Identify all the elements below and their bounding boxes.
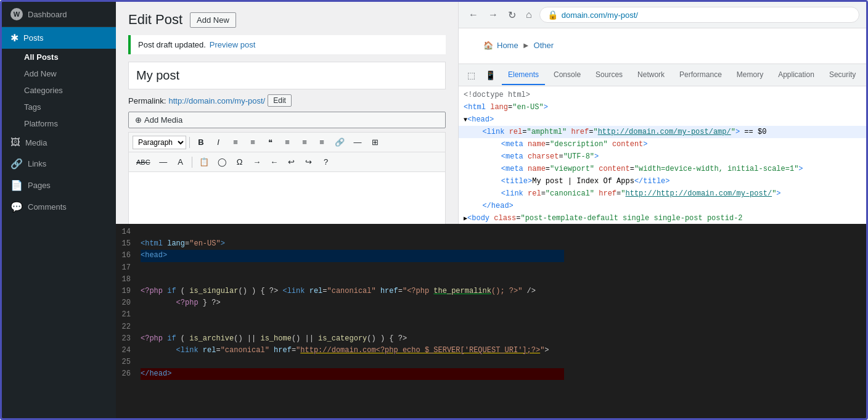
sidebar-item-add-new[interactable]: Add New bbox=[2, 65, 116, 82]
ordered-list-button[interactable]: ≡ bbox=[245, 135, 261, 149]
breadcrumb: 🏠 Home ► Other bbox=[483, 41, 842, 50]
devtools-mobile-icon[interactable]: 📱 bbox=[481, 68, 499, 83]
add-media-button[interactable]: ⊕ Add Media bbox=[128, 112, 446, 128]
sidebar-item-media[interactable]: 🖼 Media bbox=[2, 132, 116, 153]
post-title-field[interactable]: My post bbox=[128, 62, 446, 89]
sidebar-item-tags[interactable]: Tags bbox=[2, 99, 116, 115]
home-icon: 🏠 bbox=[483, 41, 493, 50]
devtools-tab-network[interactable]: Network bbox=[631, 65, 671, 85]
permalink-label: Permalink: bbox=[128, 96, 166, 105]
more-button[interactable]: — bbox=[350, 135, 366, 149]
code-line-14: <html lang="en-US"> bbox=[141, 239, 225, 248]
sidebar-item-all-posts[interactable]: All Posts bbox=[2, 49, 116, 65]
code-line-25: </head> bbox=[141, 368, 564, 380]
text-color-button[interactable]: A bbox=[173, 155, 189, 169]
sidebar-item-links[interactable]: 🔗 Links bbox=[2, 153, 116, 175]
code-line-18: <?php if ( is_singular() ) { ?> <link re… bbox=[141, 287, 536, 295]
edit-permalink-button[interactable]: Edit bbox=[268, 94, 292, 107]
help-button[interactable]: ? bbox=[318, 155, 334, 169]
align-left-button[interactable]: ≡ bbox=[279, 135, 295, 149]
code-line-15: <head> bbox=[141, 250, 564, 261]
toolbar-sep-1 bbox=[189, 137, 190, 148]
horizontal-rule-button[interactable]: — bbox=[155, 155, 171, 169]
main-area: Edit Post Add New Post draft updated. Pr… bbox=[116, 2, 866, 418]
devtools-tab-security[interactable]: Security bbox=[823, 65, 862, 85]
devtools-tab-elements[interactable]: Elements bbox=[502, 65, 545, 85]
editor-body[interactable] bbox=[128, 171, 446, 224]
address-url: domain.com/my-post/ bbox=[562, 10, 638, 20]
align-center-button[interactable]: ≡ bbox=[297, 135, 313, 149]
notice-bar: Post draft updated. Preview post bbox=[128, 35, 446, 54]
add-media-icon: ⊕ bbox=[135, 115, 142, 125]
devtools-tab-console[interactable]: Console bbox=[547, 65, 587, 85]
link-button[interactable]: 🔗 bbox=[331, 135, 348, 149]
special-char-button[interactable]: Ω bbox=[232, 155, 248, 169]
sidebar-item-platforms[interactable]: Platforms bbox=[2, 115, 116, 132]
italic-button[interactable]: I bbox=[210, 135, 226, 149]
preview-post-link[interactable]: Preview post bbox=[210, 40, 255, 49]
unordered-list-button[interactable]: ≡ bbox=[227, 135, 244, 149]
devtools-line-6: <meta charset="UTF-8"> bbox=[459, 150, 866, 163]
devtools-line-10: </head> bbox=[459, 200, 866, 212]
address-bar[interactable]: 🔒 domain.com/my-post/ bbox=[539, 7, 860, 23]
wp-editor: Edit Post Add New Post draft updated. Pr… bbox=[116, 2, 458, 224]
devtools-tab-performance[interactable]: Performance bbox=[673, 65, 728, 85]
devtools-line-4[interactable]: <link rel="amphtml" href="http://domain.… bbox=[459, 126, 866, 138]
line-numbers: 14 15 16 17 18 19 20 21 22 23 24 25 26 bbox=[116, 224, 136, 418]
undo-button[interactable]: ↩ bbox=[284, 155, 300, 169]
devtools-line-3: ▼<head> bbox=[459, 113, 866, 126]
add-new-button[interactable]: Add New bbox=[190, 12, 236, 28]
sidebar-item-categories[interactable]: Categories bbox=[2, 82, 116, 99]
pages-label: Pages bbox=[28, 181, 51, 190]
forward-button[interactable]: → bbox=[486, 8, 501, 22]
back-button[interactable]: ← bbox=[466, 8, 481, 22]
add-media-label: Add Media bbox=[144, 115, 182, 125]
links-label: Links bbox=[28, 159, 46, 168]
links-icon: 🔗 bbox=[10, 158, 23, 170]
paste-button[interactable]: 📋 bbox=[195, 155, 213, 169]
devtools-line-2: <html lang="en-US"> bbox=[459, 101, 866, 113]
comments-icon: 💬 bbox=[10, 201, 23, 213]
fullscreen-button[interactable]: ⊞ bbox=[367, 135, 383, 149]
bold-button[interactable]: B bbox=[193, 135, 209, 149]
sidebar-item-pages[interactable]: 📄 Pages bbox=[2, 175, 116, 196]
sidebar-dashboard[interactable]: W Dashboard bbox=[2, 2, 116, 27]
code-editor-section: 14 15 16 17 18 19 20 21 22 23 24 25 26 <… bbox=[116, 224, 866, 418]
blockquote-button[interactable]: ❝ bbox=[262, 135, 278, 149]
devtools-line-9: <link rel="canonical" href="http://http:… bbox=[459, 187, 866, 200]
code-line-23: <link rel="canonical" href="http://domai… bbox=[141, 346, 549, 355]
code-content[interactable]: <html lang="en-US"> <head> <?php if ( is… bbox=[136, 224, 569, 418]
sidebar-item-posts[interactable]: ✱ Posts bbox=[2, 27, 116, 49]
home-button[interactable]: ⌂ bbox=[523, 8, 534, 22]
code-line-22: <?php if ( is_archive() || is_home() || … bbox=[141, 334, 407, 343]
outdent-button[interactable]: ← bbox=[266, 155, 282, 169]
strikethrough-button[interactable]: ABC bbox=[133, 156, 154, 168]
posts-submenu: All Posts Add New Categories Tags Platfo… bbox=[2, 49, 116, 132]
devtools-tab-memory[interactable]: Memory bbox=[731, 65, 769, 85]
devtools-tab-application[interactable]: Application bbox=[772, 65, 821, 85]
permalink-url[interactable]: http://domain.com/my-post/ bbox=[168, 96, 265, 105]
comments-label: Comments bbox=[28, 202, 67, 212]
devtools-line-8: <title>My post | Index Of Apps</title> bbox=[459, 175, 866, 187]
browser-content: 🏠 Home ► Other My post bbox=[459, 28, 866, 64]
sidebar: W Dashboard ✱ Posts All Posts Add New Ca… bbox=[2, 2, 116, 418]
devtools-inspect-icon[interactable]: ⬚ bbox=[464, 68, 479, 83]
devtools-panel: ⬚ 📱 Elements Console Sources Network Per… bbox=[459, 64, 866, 224]
reload-button[interactable]: ↻ bbox=[506, 8, 518, 22]
clear-format-button[interactable]: ◯ bbox=[214, 155, 231, 169]
media-icon: 🖼 bbox=[10, 137, 20, 148]
breadcrumb-home[interactable]: Home bbox=[497, 41, 518, 50]
devtools-tab-sources[interactable]: Sources bbox=[589, 65, 629, 85]
sidebar-item-comments[interactable]: 💬 Comments bbox=[2, 196, 116, 218]
media-label: Media bbox=[25, 138, 47, 147]
align-right-button[interactable]: ≡ bbox=[314, 135, 330, 149]
paragraph-select[interactable]: Paragraph bbox=[133, 136, 186, 149]
redo-button[interactable]: ↪ bbox=[301, 155, 317, 169]
devtools-content: <!doctype html> <html lang="en-US"> ▼<he… bbox=[459, 86, 866, 224]
browser-toolbar: ← → ↻ ⌂ 🔒 domain.com/my-post/ bbox=[459, 2, 866, 28]
breadcrumb-arrow: ► bbox=[522, 41, 530, 50]
dashboard-label: Dashboard bbox=[28, 10, 67, 19]
indent-button[interactable]: → bbox=[249, 155, 265, 169]
pages-icon: 📄 bbox=[10, 179, 23, 191]
breadcrumb-other[interactable]: Other bbox=[534, 41, 554, 50]
